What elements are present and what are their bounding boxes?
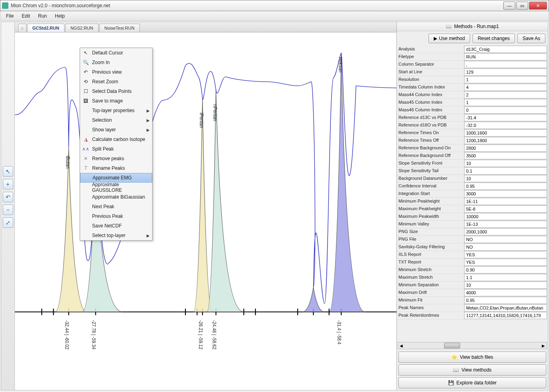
property-input[interactable]: [464, 312, 547, 319]
menu-run[interactable]: Run: [35, 12, 50, 20]
ctx-remove-peaks[interactable]: ✕Remove peaks: [80, 154, 152, 163]
property-input[interactable]: [464, 76, 547, 83]
property-input[interactable]: [464, 107, 547, 114]
property-label: Peak Retentiontimes: [397, 312, 464, 320]
ctx-calculate-carbon-isotope[interactable]: ◮Calculate carbon Isotope: [80, 135, 152, 144]
ctx-next-peak[interactable]: Next Peak: [80, 202, 152, 211]
chromatogram-plot[interactable]: iButan iPentan nPentan Heksan -32.44 | -…: [15, 32, 396, 390]
property-input[interactable]: [464, 289, 547, 296]
property-input[interactable]: [464, 122, 547, 129]
property-input[interactable]: [464, 228, 547, 235]
property-input[interactable]: [464, 205, 547, 213]
ctx-previous-view[interactable]: ↶Previous view: [80, 67, 152, 77]
tab-ngs2[interactable]: NGS2.RUN: [65, 24, 99, 32]
property-input[interactable]: [464, 198, 547, 205]
image-icon: 🖼: [82, 98, 89, 104]
zoom-back-tool-button[interactable]: ↶: [3, 192, 13, 202]
horizontal-scrollbar[interactable]: ◀ ▶: [398, 342, 547, 349]
explore-data-folder-button[interactable]: 💾Explore data folder: [398, 377, 546, 388]
menu-help[interactable]: Help: [52, 12, 68, 20]
property-input[interactable]: [464, 152, 547, 159]
maximize-button[interactable]: ▭: [516, 2, 528, 10]
property-input[interactable]: [464, 46, 547, 53]
ctx-approximate-emg[interactable]: Approximate EMG: [80, 173, 152, 183]
ctx-split-peak[interactable]: ∧∧Split Peak: [80, 144, 152, 154]
ctx-zoom-in[interactable]: 🔍Zoom In: [80, 58, 152, 67]
ctx-save-to-image[interactable]: 🖼Save to image: [80, 96, 152, 106]
property-input[interactable]: [464, 213, 547, 220]
property-input[interactable]: [464, 99, 547, 106]
menu-file[interactable]: File: [3, 12, 17, 20]
chevron-right-icon: ▶: [147, 118, 150, 123]
ctx-reset-zoom[interactable]: ⟲Reset Zoom: [80, 77, 152, 86]
ctx-selection[interactable]: Selection▶: [80, 115, 152, 125]
ctx-previous-peak[interactable]: Previous Peak: [80, 211, 152, 221]
zoom-in-tool-button[interactable]: +: [3, 179, 13, 189]
view-batch-files-button[interactable]: ⭐View batch files: [398, 352, 546, 363]
property-input[interactable]: [464, 145, 547, 152]
property-label: Minimum Valley: [397, 221, 464, 228]
zoom-fit-tool-button[interactable]: ⤢: [3, 217, 13, 228]
property-label: Background Datanumber: [397, 175, 464, 183]
property-label: Maximum Drift: [397, 289, 464, 297]
property-input[interactable]: [464, 160, 547, 167]
property-input[interactable]: [464, 243, 547, 251]
property-input[interactable]: [464, 114, 547, 121]
property-input[interactable]: [464, 68, 547, 76]
remove-icon: ✕: [82, 155, 89, 162]
cursor-tool-button[interactable]: ↖: [3, 166, 13, 177]
ctx-rename-peaks[interactable]: TRename Peaks: [80, 163, 152, 173]
zoom-out-tool-button[interactable]: −: [3, 205, 13, 215]
properties-list: AnalysisFiletypeColumn SeparatorStart at…: [397, 46, 548, 341]
property-input[interactable]: [464, 137, 547, 144]
ctx-default-cursor[interactable]: ↖Default Cursor: [80, 48, 152, 58]
property-input[interactable]: [464, 84, 547, 91]
use-method-button[interactable]: ▶Use method: [428, 34, 470, 43]
property-label: Confidence Interval: [397, 183, 464, 190]
property-input[interactable]: [464, 53, 547, 60]
property-label: Minimum Fit: [397, 297, 464, 304]
property-row: TXT Report: [397, 259, 548, 266]
property-label: Maximum Peakheight: [397, 205, 464, 213]
minimize-button[interactable]: —: [503, 2, 515, 10]
property-label: Reference Times On: [397, 129, 464, 137]
property-input[interactable]: [464, 259, 547, 266]
scroll-right-arrow-icon[interactable]: ▶: [540, 342, 547, 349]
property-row: Filetype: [397, 53, 548, 61]
property-input[interactable]: [464, 297, 547, 304]
ctx-approximate-bigaussian[interactable]: Approximate BiGaussian: [80, 192, 152, 202]
ctx-select-data-points[interactable]: ☐Select Data Points: [80, 86, 152, 96]
reset-changes-button[interactable]: Reset changes: [473, 34, 515, 43]
property-input[interactable]: [464, 274, 547, 281]
scroll-thumb[interactable]: [444, 343, 460, 348]
property-input[interactable]: [464, 129, 547, 137]
property-input[interactable]: [464, 281, 547, 289]
scroll-left-arrow-icon[interactable]: ◀: [398, 342, 404, 349]
close-button[interactable]: ✕: [529, 2, 547, 10]
property-row: Maximum Drift: [397, 289, 548, 297]
ctx-top-layer-properties[interactable]: Top-layer properties▶: [80, 106, 152, 115]
property-input[interactable]: [464, 221, 547, 228]
save-as-button[interactable]: Save As: [517, 34, 545, 43]
tab-gcstd2[interactable]: GCStd2.RUN: [27, 24, 64, 32]
property-input[interactable]: [464, 175, 547, 182]
menu-edit[interactable]: Edit: [18, 12, 33, 20]
view-methods-button[interactable]: 📖View methods: [398, 364, 546, 376]
property-input[interactable]: [464, 91, 547, 99]
property-row: Slope Sensitivity Front: [397, 160, 548, 167]
tab-noisetest[interactable]: NoiseTest.RUN: [99, 24, 140, 32]
property-input[interactable]: [464, 236, 547, 243]
property-input[interactable]: [464, 61, 547, 68]
property-input[interactable]: [464, 304, 547, 312]
ctx-save-netcdf[interactable]: Save NetCDF: [80, 221, 152, 231]
property-input[interactable]: [464, 183, 547, 190]
tab-home[interactable]: ⌂: [18, 24, 26, 32]
property-input[interactable]: [464, 190, 547, 197]
property-input[interactable]: [464, 266, 547, 273]
property-input[interactable]: [464, 167, 547, 175]
ctx-select-top-layer[interactable]: Select top-layer▶: [80, 231, 152, 240]
ctx-show-layer[interactable]: Show layer▶: [80, 125, 152, 135]
ctx-approximate-gausslore[interactable]: Approximate GAUSSLORE: [80, 183, 152, 192]
property-input[interactable]: [464, 251, 547, 258]
property-row: Minimum Valley: [397, 221, 548, 228]
